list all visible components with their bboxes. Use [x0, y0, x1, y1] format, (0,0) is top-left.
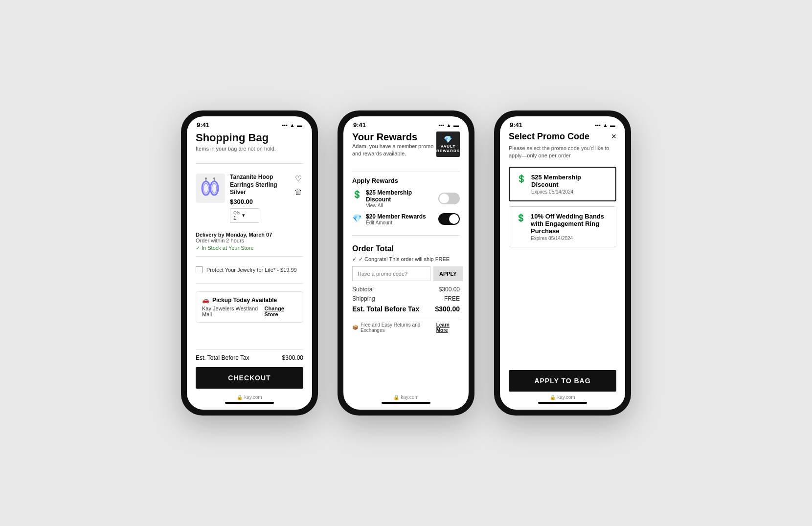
shipping-value: FREE — [444, 295, 460, 302]
toggle-1[interactable] — [438, 193, 460, 204]
footer-text-2: 🔒 kay.com — [393, 394, 418, 400]
delete-icon[interactable]: 🗑 — [293, 187, 303, 197]
promo-option-name-2: 10% Off Wedding Bands with Engagement Ri… — [531, 213, 609, 235]
reward-item-2: 💎 $20 Member Rewards Edit Amount — [352, 213, 460, 225]
svg-point-1 — [203, 183, 208, 193]
reward-icon-1: 💲 — [352, 190, 362, 199]
reward-sub-1[interactable]: View All — [366, 203, 438, 208]
status-time-2: 9:41 — [353, 121, 366, 129]
screen-content-3: Select Promo Code × Please select the pr… — [500, 132, 625, 392]
apply-to-bag-button[interactable]: APPLY TO BAG — [509, 370, 616, 392]
apply-rewards-label: Apply Rewards — [352, 177, 460, 184]
reward-name-1: $25 Membership Discount — [366, 189, 438, 203]
home-indicator-2 — [382, 402, 430, 404]
scene: 9:41 ▪▪▪ ▲ ▬ Shopping Bag Items in your … — [161, 81, 651, 445]
signal-icon-3: ▪▪▪ — [595, 122, 601, 128]
wifi-icon-3: ▲ — [603, 122, 608, 128]
home-indicator-3 — [538, 402, 587, 404]
order-total-title: Order Total — [352, 244, 460, 253]
toggle-knob-1 — [439, 194, 449, 203]
promo-option-icon-2: 💲 — [516, 213, 526, 222]
divider-2 — [196, 256, 303, 257]
returns-text: Free and Easy Returns and Exchanges — [361, 322, 436, 333]
apply-button[interactable]: APPLY — [433, 266, 463, 281]
footer-text-3: 🔒 kay.com — [550, 394, 575, 400]
promo-option-exp-1: Expires 05/14/2024 — [531, 189, 609, 195]
returns-row: 📦 Free and Easy Returns and Exchanges Le… — [352, 318, 460, 333]
pickup-title: 🚗 Pickup Today Available — [202, 297, 297, 304]
signal-icon: ▪▪▪ — [282, 122, 288, 128]
phone-rewards: 9:41 ▪▪▪ ▲ ▬ Your Rewards Adam, you have… — [338, 110, 474, 416]
toggle-knob-2 — [449, 214, 459, 224]
reward-sub-2[interactable]: Edit Amount — [366, 220, 426, 225]
divider-3 — [196, 283, 303, 284]
modal-title: Select Promo Code — [509, 132, 589, 142]
protect-checkbox[interactable] — [196, 266, 203, 273]
promo-option-2[interactable]: 💲 10% Off Wedding Bands with Engagement … — [509, 206, 616, 247]
modal-header: Select Promo Code × — [509, 132, 616, 142]
status-icons-2: ▪▪▪ ▲ ▬ — [438, 122, 459, 128]
svg-point-3 — [205, 177, 207, 179]
est-total-value: $300.00 — [435, 305, 460, 313]
phone-shopping-bag: 9:41 ▪▪▪ ▲ ▬ Shopping Bag Items in your … — [181, 110, 318, 416]
promo-option-text-2: 10% Off Wedding Bands with Engagement Ri… — [531, 213, 609, 241]
signal-icon-2: ▪▪▪ — [438, 122, 444, 128]
returns-icon: 📦 — [352, 325, 358, 330]
status-bar-2: 9:41 ▪▪▪ ▲ ▬ — [343, 116, 469, 132]
wifi-icon: ▲ — [290, 122, 295, 128]
delivery-sub: Order within 2 hours — [196, 238, 303, 243]
est-total-row: Est. Total Before Tax $300.00 — [352, 305, 460, 313]
checkout-button[interactable]: CHECKOUT — [196, 367, 303, 389]
protect-row[interactable]: Protect Your Jewelry for Life* - $19.99 — [196, 262, 303, 278]
free-ship-check: ✓ — [352, 256, 357, 263]
store-name: Kay Jewelers Westland Mall — [202, 306, 265, 317]
rewards-header: Your Rewards Adam, you have a member pro… — [352, 132, 460, 164]
toggle-2[interactable] — [438, 213, 460, 225]
vault-line2: REWARDS — [436, 149, 460, 153]
order-total-section: Order Total ✓ ✓ Congrats! This order wil… — [352, 244, 460, 333]
svg-point-5 — [212, 183, 217, 193]
close-button[interactable]: × — [611, 132, 616, 142]
total-label: Est. Total Before Tax — [196, 354, 249, 361]
status-icons-3: ▪▪▪ ▲ ▬ — [595, 122, 615, 128]
in-stock-label: ✓ In Stock at Your Store — [196, 245, 303, 251]
earring-svg — [198, 176, 223, 200]
pickup-sub: Kay Jewelers Westland Mall Change Store — [202, 306, 297, 317]
wifi-icon-2: ▲ — [446, 122, 451, 128]
screen-content-2: Your Rewards Adam, you have a member pro… — [343, 132, 469, 392]
status-bar-3: 9:41 ▪▪▪ ▲ ▬ — [500, 116, 625, 132]
promo-option-1[interactable]: 💲 $25 Membership Discount Expires 05/14/… — [509, 167, 616, 201]
free-ship: ✓ ✓ Congrats! This order will ship FREE — [352, 256, 460, 263]
reward-name-2: $20 Member Rewards — [366, 213, 426, 220]
product-name: Tanzanite Hoop Earrings Sterling Silver — [230, 174, 289, 197]
qty-label: Qty — [233, 210, 240, 215]
footer-1: 🔒 kay.com — [187, 392, 312, 410]
learn-more-link[interactable]: Learn More — [436, 322, 460, 333]
delivery-info: Delivery by Monday, March 07 Order withi… — [196, 232, 303, 251]
promo-row: APPLY — [352, 266, 460, 281]
shipping-row: Shipping FREE — [352, 295, 460, 302]
vault-badge: 💎 VAULT REWARDS — [436, 132, 460, 157]
screen-content-1: Shopping Bag Items in your bag are not o… — [187, 132, 312, 392]
reward-left-1: 💲 $25 Membership Discount View All — [352, 189, 438, 208]
promo-option-exp-2: Expires 05/14/2024 — [531, 236, 609, 241]
divider-1 — [196, 163, 303, 164]
change-store-link[interactable]: Change Store — [265, 306, 297, 317]
subtotal-row: Subtotal $300.00 — [352, 286, 460, 293]
shipping-label: Shipping — [352, 295, 375, 302]
status-time-1: 9:41 — [197, 121, 209, 129]
total-value: $300.00 — [282, 354, 303, 361]
promo-option-name-1: $25 Membership Discount — [531, 174, 609, 188]
vault-line1: VAULT — [441, 144, 455, 149]
promo-input[interactable] — [352, 266, 430, 281]
pickup-section: 🚗 Pickup Today Available Kay Jewelers We… — [196, 291, 303, 323]
modal-subtitle: Please select the promo code you'd like … — [509, 145, 616, 160]
qty-select[interactable]: Qty 1 ▾ — [230, 208, 259, 223]
product-info: Tanzanite Hoop Earrings Sterling Silver … — [230, 174, 289, 223]
wishlist-icon[interactable]: ♡ — [293, 174, 303, 183]
svg-point-7 — [213, 177, 215, 179]
pickup-icon: 🚗 — [202, 297, 209, 304]
promo-option-text-1: $25 Membership Discount Expires 05/14/20… — [531, 174, 609, 195]
rewards-title: Your Rewards — [352, 132, 436, 143]
page-title-1: Shopping Bag — [196, 132, 303, 144]
